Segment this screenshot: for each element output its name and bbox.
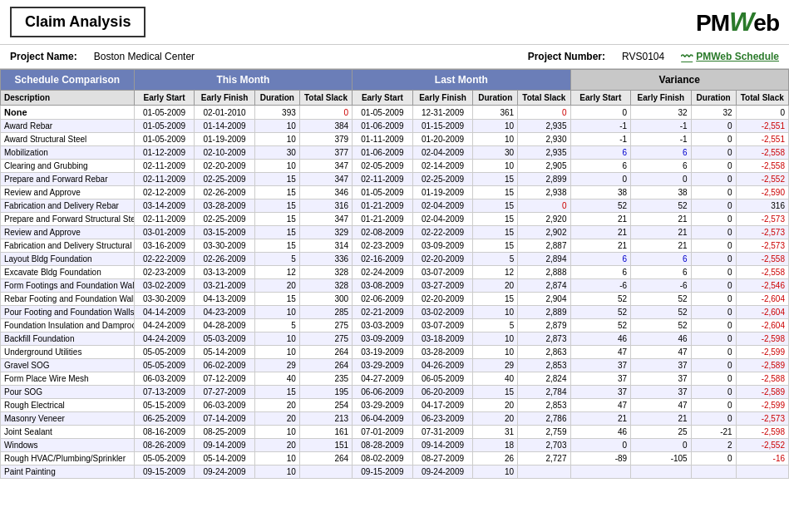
cell-lm-early-finish: 03-07-2009 [412,319,473,332]
cell-description: Review and Approve [1,186,135,200]
cell-lm-early-finish: 03-27-2009 [412,279,473,293]
cell-v-total-slack: -2,558 [736,253,788,266]
cell-tm-total-slack: 379 [299,133,352,146]
table-row: Form Place Wire Mesh 06-03-2009 07-12-20… [1,372,789,386]
cell-tm-early-start: 05-05-2009 [134,346,195,359]
cell-tm-total-slack: 329 [299,226,352,239]
cell-v-duration: 0 [691,452,736,466]
pmweb-schedule-link[interactable]: 〰 PMWeb Schedule [681,50,779,63]
cell-lm-duration: 15 [473,386,518,399]
cell-v-total-slack: -2,590 [736,186,788,200]
cell-tm-early-finish: 05-03-2009 [195,332,255,346]
cell-v-total-slack: -2,558 [736,146,788,160]
cell-lm-early-start: 01-21-2009 [353,213,413,226]
cell-tm-early-start: 02-23-2009 [134,266,195,279]
cell-tm-early-start: 06-25-2009 [134,412,195,426]
cell-v-duration: 0 [691,306,736,319]
cell-tm-duration: 29 [254,359,299,372]
table-row: Windows 08-26-2009 09-14-2009 20 151 08-… [1,439,789,452]
cell-tm-early-finish: 07-14-2009 [195,412,255,426]
th-description: Schedule Comparison [1,70,135,91]
cell-description: Clearing and Grubbing [1,160,135,173]
cell-tm-early-start: 03-14-2009 [134,200,195,213]
cell-lm-early-start: 02-05-2009 [353,160,413,173]
cell-v-early-start: 21 [570,239,631,253]
col-lm-duration: Duration [473,91,518,106]
cell-description: Excavate Bldg Foundation [1,266,135,279]
cell-lm-early-finish: 03-18-2009 [412,332,473,346]
cell-v-early-finish: 52 [631,319,692,332]
cell-v-duration: 0 [691,346,736,359]
cell-lm-duration: 31 [473,426,518,439]
cell-lm-duration: 15 [473,186,518,200]
cell-v-early-finish: 21 [631,239,692,253]
cell-tm-early-finish: 09-24-2009 [195,466,255,479]
table-row: Form Footings and Foundation Walls 03-02… [1,279,789,293]
table-row: None 01-05-2009 02-01-2010 393 0 01-05-2… [1,106,789,120]
cell-v-duration: 0 [691,293,736,306]
cell-description: Foundation Insulation and Damproofing [1,319,135,332]
cell-lm-total-slack: 2,938 [518,186,570,200]
cell-description: Award Structural Steel [1,133,135,146]
cell-v-duration: 0 [691,279,736,293]
cell-lm-early-finish: 02-25-2009 [412,173,473,186]
cell-lm-total-slack: 2,905 [518,160,570,173]
project-name-value: Boston Medical Center [94,51,195,62]
cell-lm-early-start: 08-28-2009 [353,439,413,452]
cell-lm-early-finish: 09-14-2009 [412,439,473,452]
cell-lm-total-slack: 2,902 [518,226,570,239]
cell-tm-early-start: 04-24-2009 [134,319,195,332]
cell-v-total-slack: -2,599 [736,346,788,359]
cell-description: Fabrication and Delivery Structural Stee… [1,239,135,253]
cell-lm-early-start: 03-09-2009 [353,332,413,346]
cell-lm-early-start: 02-23-2009 [353,239,413,253]
table-row: Foundation Insulation and Damproofing 04… [1,319,789,332]
cell-tm-early-start: 06-03-2009 [134,372,195,386]
cell-tm-duration: 12 [254,266,299,279]
cell-v-duration: 0 [691,239,736,253]
table-row: Rough Electrical 05-15-2009 06-03-2009 2… [1,399,789,412]
cell-v-total-slack: -2,573 [736,226,788,239]
cell-tm-total-slack: 151 [299,439,352,452]
table-row: Review and Approve 03-01-2009 03-15-2009… [1,226,789,239]
cell-tm-early-finish: 01-14-2009 [195,120,255,133]
cell-description: Pour SOG [1,386,135,399]
cell-tm-duration: 10 [254,306,299,319]
cell-lm-total-slack: 2,889 [518,306,570,319]
cell-v-duration: 0 [691,200,736,213]
cell-tm-duration: 10 [254,120,299,133]
cell-tm-early-finish: 04-28-2009 [195,319,255,332]
cell-tm-early-start: 02-11-2009 [134,160,195,173]
cell-tm-early-start: 03-30-2009 [134,293,195,306]
cell-v-duration: 0 [691,173,736,186]
cell-lm-total-slack: 2,879 [518,319,570,332]
cell-tm-early-start: 04-24-2009 [134,332,195,346]
schedule-link-text: PMWeb Schedule [696,51,779,62]
cell-lm-early-start: 02-21-2009 [353,306,413,319]
cell-lm-early-start: 01-21-2009 [353,200,413,213]
cell-tm-early-finish: 03-21-2009 [195,279,255,293]
cell-lm-total-slack: 2,853 [518,359,570,372]
cell-v-total-slack: -2,552 [736,173,788,186]
table-row: Paint Painting 09-15-2009 09-24-2009 10 … [1,466,789,479]
cell-lm-early-finish: 02-22-2009 [412,226,473,239]
cell-v-early-start: -1 [570,120,631,133]
cell-description: Layout Bldg Foundation [1,253,135,266]
cell-tm-total-slack: 336 [299,253,352,266]
cell-v-early-start: 21 [570,412,631,426]
cell-v-early-start: 0 [570,439,631,452]
cell-tm-early-start: 03-16-2009 [134,239,195,253]
cell-lm-duration: 29 [473,359,518,372]
cell-lm-total-slack: 2,863 [518,346,570,359]
cell-v-early-finish: 25 [631,426,692,439]
cell-lm-early-start: 08-02-2009 [353,452,413,466]
cell-tm-early-finish: 02-25-2009 [195,173,255,186]
cell-lm-early-finish: 02-04-2009 [412,200,473,213]
cell-v-total-slack: -2,604 [736,306,788,319]
cell-v-early-finish: -105 [631,452,692,466]
cell-tm-total-slack: 377 [299,146,352,160]
cell-v-total-slack: -2,598 [736,426,788,439]
cell-tm-early-finish: 05-14-2009 [195,452,255,466]
cell-v-duration: 0 [691,372,736,386]
cell-v-total-slack: 0 [736,106,788,120]
